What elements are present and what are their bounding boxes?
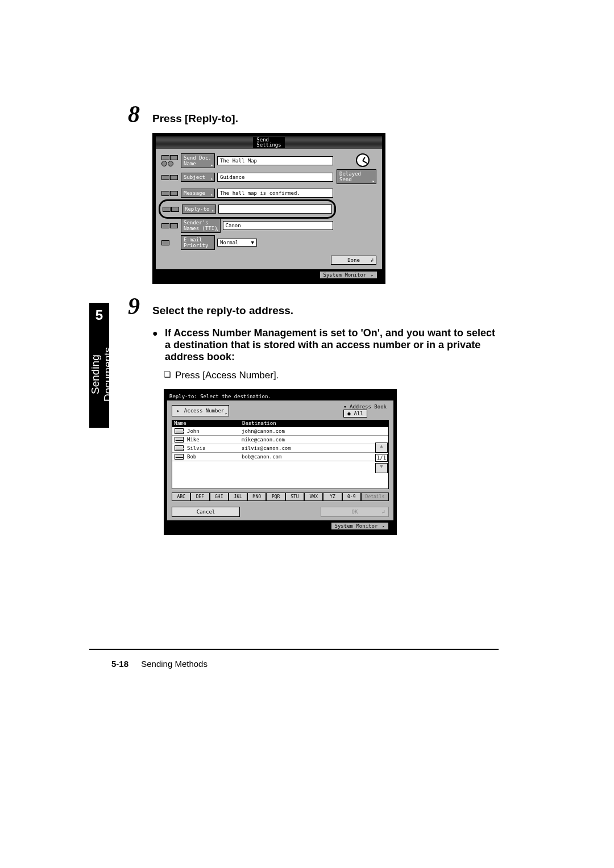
letter-filter-VWX[interactable]: VWX: [304, 493, 323, 501]
col-name: Name: [174, 420, 242, 426]
delayed-label1: Delayed: [339, 171, 374, 177]
envelope-icon: [175, 428, 184, 434]
letter-filter-YZ[interactable]: YZ: [323, 493, 342, 501]
step-9: 9 Select the reply-to address. If Access…: [91, 300, 500, 535]
envelope-icon: [175, 454, 184, 460]
list-name: Mike: [187, 437, 242, 443]
access-number-button[interactable]: ▸ Access Number: [172, 405, 229, 416]
list-column-header: Name Destination: [172, 420, 389, 427]
letter-filter-MNO[interactable]: MNO: [247, 493, 266, 501]
row-icons: [161, 240, 181, 245]
step-8: 8 Press [Reply-to]. Send Settings: [91, 108, 500, 284]
senders-label2: Names (TTI): [184, 226, 218, 231]
step-9-heading: Select the reply-to address.: [152, 300, 500, 317]
page-footer: 5-18 Sending Methods: [111, 659, 208, 669]
footer-title: Sending Methods: [141, 659, 208, 669]
priority-label1: E-mail: [184, 237, 212, 243]
list-item[interactable]: Bobbob@canon.com: [172, 453, 388, 461]
send-doc-label1: Send Doc.: [184, 155, 212, 161]
panel-titlebar: Send Settings: [156, 136, 382, 149]
chevron-right-icon: ▸: [177, 408, 180, 414]
list-name: John: [187, 428, 242, 434]
reply-to-value: [218, 205, 332, 214]
list-name: Bob: [187, 454, 242, 460]
step-8-heading: Press [Reply-to].: [152, 108, 500, 125]
letter-filter-0-9[interactable]: 0-9: [342, 493, 361, 501]
letter-filter-JKL[interactable]: JKL: [229, 493, 247, 501]
done-label: Done: [347, 257, 360, 263]
list-destination: bob@canon.com: [242, 454, 281, 460]
step-9-number: 9: [128, 294, 140, 318]
letter-filter-ABC[interactable]: ABC: [172, 493, 190, 501]
access-number-label: Access Number: [184, 408, 224, 414]
priority-value: Normal: [220, 240, 239, 245]
step-8-number: 8: [128, 102, 140, 126]
envelope-icon: [175, 445, 184, 451]
scroll-down-button[interactable]: ▼: [375, 463, 388, 473]
ok-button[interactable]: OK: [321, 507, 389, 517]
reply-to-row-highlight: Reply-to: [161, 202, 333, 216]
priority-select[interactable]: Normal ▼: [217, 239, 257, 247]
priority-label2: Priority: [184, 243, 212, 248]
row-icons: [161, 223, 181, 228]
delayed-label2: Send: [339, 177, 374, 182]
list-item[interactable]: Mikemike@canon.com: [172, 436, 388, 444]
email-priority-label: E-mail Priority: [181, 235, 215, 250]
list-destination: mike@canon.com: [242, 437, 285, 443]
col-destination: Destination: [242, 420, 276, 426]
list-item[interactable]: Johnjohn@canon.com: [172, 427, 388, 436]
envelope-icon: [175, 437, 184, 443]
sysmon-label: System Monitor: [323, 272, 367, 278]
panel-title: Send Settings: [253, 137, 284, 148]
letter-filter-STU[interactable]: STU: [285, 493, 304, 501]
system-monitor-button[interactable]: System Monitor: [320, 271, 378, 279]
ok-label: OK: [352, 509, 358, 515]
chevron-down-icon: ▼: [251, 240, 254, 245]
step-9-subheading: If Access Number Management is set to 'O…: [152, 327, 500, 363]
address-book-dropdown-icon: ▾: [343, 404, 350, 410]
address-book-select[interactable]: ● All: [343, 410, 367, 418]
delayed-send-button[interactable]: Delayed Send: [337, 169, 376, 184]
page-number: 5-18: [111, 659, 128, 669]
senders-label1: Sender's: [184, 220, 218, 226]
send-settings-panel: Send Settings: [152, 133, 385, 284]
details-button[interactable]: Details: [361, 493, 389, 501]
list-name: Silvis: [187, 445, 242, 451]
message-button[interactable]: Message: [181, 189, 215, 198]
footer-rule: [89, 649, 499, 650]
subject-value: Guidance: [217, 173, 333, 182]
panel-title-line2: Settings: [256, 143, 281, 148]
return-icon: ↲: [371, 257, 374, 263]
subject-button[interactable]: Subject: [181, 173, 215, 182]
send-doc-label2: Name: [184, 161, 212, 166]
clock-icon: [356, 153, 370, 167]
done-button[interactable]: Done ↲: [331, 256, 376, 265]
list-destination: john@canon.com: [242, 428, 285, 434]
letter-filter-GHI[interactable]: GHI: [210, 493, 229, 501]
address-book-value: All: [354, 411, 363, 416]
row-icons: [161, 191, 181, 196]
letter-filter-row: ABCDEFGHIJKLMNOPQRSTUVWXYZ0-9Details: [172, 493, 389, 501]
panel2-title: Reply-to: Select the destination.: [167, 393, 393, 400]
scroll-up-button[interactable]: ▲: [375, 443, 388, 453]
cancel-button[interactable]: Cancel: [172, 507, 240, 517]
reply-to-button[interactable]: Reply-to: [182, 205, 216, 214]
system-monitor-button[interactable]: System Monitor: [331, 522, 389, 530]
cancel-label: Cancel: [197, 509, 215, 515]
bullet-icon: ●: [347, 411, 350, 416]
sysmon-label: System Monitor: [335, 523, 378, 529]
destination-list: Johnjohn@canon.comMikemike@canon.comSilv…: [172, 427, 389, 489]
reply-to-select-panel: Reply-to: Select the destination. ▸ Acce…: [164, 389, 397, 535]
address-book-label: Address Book: [350, 404, 387, 410]
list-item[interactable]: Silvissilvis@canon.com: [172, 444, 388, 453]
row-icons: [161, 155, 181, 166]
page-indicator: 1/1: [375, 454, 388, 462]
send-doc-name-button[interactable]: Send Doc. Name: [181, 153, 215, 168]
step-9-body: Press [Access Number].: [164, 370, 500, 381]
row-icons: [161, 175, 181, 180]
letter-filter-DEF[interactable]: DEF: [190, 493, 209, 501]
row-icons: [163, 207, 182, 212]
senders-value: Canon: [223, 221, 333, 230]
letter-filter-PQR[interactable]: PQR: [266, 493, 285, 501]
senders-names-button[interactable]: Sender's Names (TTI): [181, 218, 221, 233]
